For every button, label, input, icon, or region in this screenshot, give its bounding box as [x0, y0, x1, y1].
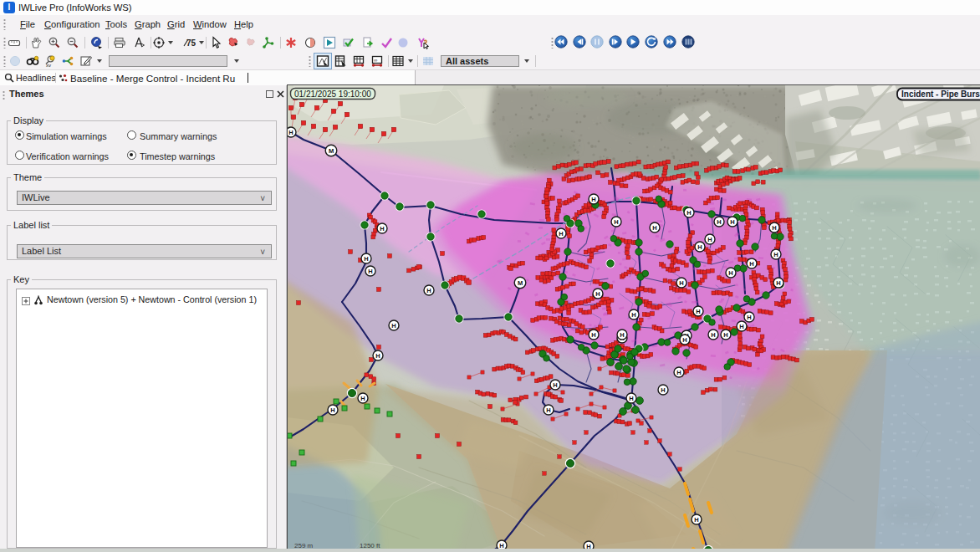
svg-text:H: H [360, 395, 365, 402]
svg-text:H: H [707, 236, 712, 243]
svg-text:M: M [518, 279, 523, 287]
svg-text:H: H [546, 406, 550, 414]
svg-text:H: H [711, 331, 715, 339]
svg-text:01/21/2025 19:10:00: 01/21/2025 19:10:00 [294, 89, 371, 99]
svg-text:H: H [553, 381, 557, 389]
svg-text:H: H [728, 269, 732, 277]
svg-text:H: H [631, 311, 635, 319]
svg-text:M: M [329, 147, 334, 155]
svg-text:H: H [375, 352, 380, 360]
svg-text:H: H [591, 331, 595, 339]
svg-text:H: H [676, 369, 681, 376]
svg-text:H: H [723, 331, 727, 339]
svg-text:75: 75 [186, 38, 196, 48]
svg-text:H: H [614, 218, 618, 226]
svg-text:H: H [730, 218, 734, 226]
svg-text:H: H [747, 314, 751, 321]
svg-text:H: H [697, 243, 702, 251]
svg-text:H: H [717, 218, 721, 226]
svg-text:H: H [694, 516, 698, 524]
svg-text:H: H [330, 406, 334, 414]
svg-text:H: H [661, 386, 665, 394]
svg-text:H: H [739, 323, 743, 330]
svg-text:H: H [679, 279, 683, 287]
svg-text:H: H [591, 196, 595, 203]
svg-text:H: H [595, 290, 600, 298]
svg-text:H: H [426, 287, 431, 294]
svg-text:H: H [696, 308, 700, 315]
svg-text:H: H [682, 336, 687, 344]
svg-text:H: H [749, 260, 753, 268]
svg-text:H: H [629, 395, 633, 402]
svg-text:H: H [364, 255, 368, 263]
svg-text:H: H [368, 268, 372, 275]
svg-text:∞: ∞ [374, 58, 377, 63]
svg-text:H: H [773, 251, 778, 258]
svg-text:Incident - Pipe Burst: Incident - Pipe Burst [901, 89, 980, 99]
svg-text:H: H [776, 279, 780, 287]
svg-text:H: H [391, 322, 396, 330]
svg-text:H: H [652, 224, 656, 232]
svg-text:H: H [380, 225, 384, 233]
svg-text:H: H [620, 331, 624, 339]
svg-text:H: H [772, 224, 776, 232]
svg-text:xv: xv [46, 63, 51, 68]
svg-text:H: H [288, 129, 293, 136]
svg-text:H: H [687, 209, 691, 217]
svg-text:H: H [559, 230, 563, 238]
